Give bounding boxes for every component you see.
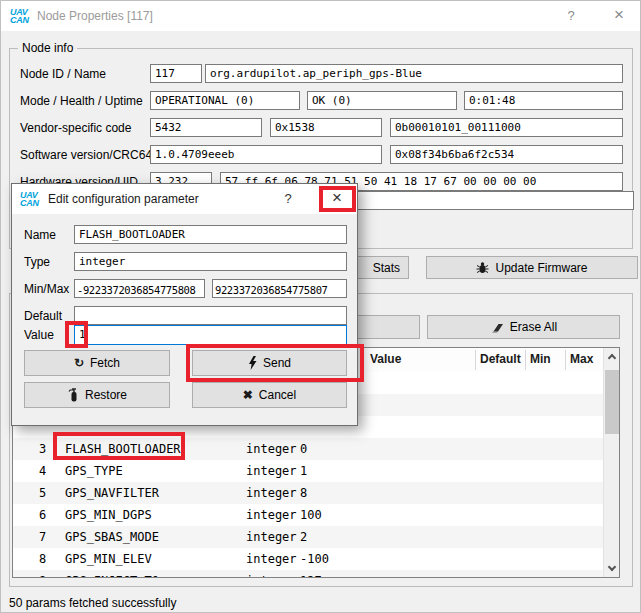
header-max: Max [570, 352, 593, 366]
uavcan-logo-icon: UAV CAN [10, 8, 29, 24]
param-name-field[interactable]: FLASH_BOOTLOADER [74, 225, 347, 244]
erase-all-label: Erase All [510, 320, 557, 334]
vendor-code-hex-field[interactable]: 0x1538 [270, 118, 382, 137]
table-row[interactable]: 8 GPS_MIN_ELEV integer -100 [13, 548, 604, 570]
param-value-field[interactable]: 1 [74, 325, 347, 345]
vendor-code-dec-field[interactable]: 5432 [150, 118, 262, 137]
update-firmware-label: Update Firmware [495, 261, 587, 275]
restore-label: Restore [85, 388, 127, 402]
param-type-field[interactable]: integer [74, 252, 347, 271]
dialog-help-button[interactable]: ? [278, 191, 298, 206]
software-crc-field[interactable]: 0x08f34b6ba6f2c534 [390, 145, 623, 164]
node-id-name-label: Node ID / Name [20, 67, 106, 81]
restore-button[interactable]: Restore [24, 382, 170, 408]
cancel-label: Cancel [259, 388, 296, 402]
update-firmware-button[interactable]: Update Firmware [426, 256, 638, 279]
mode-field[interactable]: OPERATIONAL (0) [150, 91, 300, 110]
help-button[interactable]: ? [561, 8, 581, 23]
header-default: Default [480, 352, 521, 366]
window-title: Node Properties [117] [37, 9, 153, 23]
lightning-icon [248, 356, 257, 370]
close-icon[interactable]: × [609, 6, 629, 23]
table-row[interactable]: 4 GPS_TYPE integer 1 [13, 460, 604, 482]
param-min-field[interactable]: -9223372036854775808 [74, 279, 205, 298]
vendor-code-label: Vendor-specific code [20, 121, 131, 135]
dialog-titlebar: UAV CAN Edit configuration parameter ? × [12, 184, 357, 214]
edit-config-param-dialog: UAV CAN Edit configuration parameter ? ×… [11, 183, 358, 426]
health-field[interactable]: OK (0) [307, 91, 457, 110]
logo-line2: CAN [10, 16, 29, 24]
send-label: Send [263, 356, 291, 370]
status-bar: 50 params fetched successfully [9, 596, 176, 610]
scrollbar-thumb[interactable] [605, 370, 619, 434]
cancel-button[interactable]: ✖ Cancel [192, 382, 347, 408]
fetch-label: Fetch [90, 356, 120, 370]
mode-health-uptime-label: Mode / Health / Uptime [20, 94, 143, 108]
uavcan-logo-icon: UAV CAN [20, 191, 39, 207]
header-value: Value [370, 352, 401, 366]
dialog-close-icon[interactable]: × [327, 189, 347, 206]
dialog-title: Edit configuration parameter [48, 192, 199, 206]
table-row[interactable]: 3 FLASH_BOOTLOADER integer 0 [13, 438, 604, 460]
param-default-label: Default [24, 309, 62, 323]
vertical-scrollbar[interactable] [603, 348, 619, 577]
scroll-up-icon[interactable] [608, 354, 616, 362]
param-value-label: Value [24, 328, 54, 342]
param-default-field[interactable] [74, 306, 347, 325]
x-icon: ✖ [243, 388, 253, 402]
vendor-code-bin-field[interactable]: 0b00010101_00111000 [390, 118, 623, 137]
fire-extinguisher-icon [67, 388, 79, 402]
node-name-field[interactable]: org.ardupilot.ap_periph_gps-Blue [205, 64, 623, 83]
table-row[interactable]: 5 GPS_NAVFILTER integer 8 [13, 482, 604, 504]
uptime-field[interactable]: 0:01:48 [464, 91, 623, 110]
scroll-down-icon[interactable] [608, 563, 616, 571]
bug-icon [476, 261, 489, 274]
param-max-field[interactable]: 9223372036854775807 [212, 279, 347, 298]
refresh-icon: ↻ [74, 356, 84, 370]
param-name-label: Name [24, 228, 56, 242]
main-titlebar: UAV CAN Node Properties [117] ? × [1, 1, 641, 31]
erase-all-button[interactable]: Erase All [427, 315, 620, 339]
param-minmax-label: Min/Max [24, 282, 69, 296]
transport-stats-label: Stats [373, 261, 400, 275]
node-info-legend: Node info [18, 41, 77, 55]
table-row[interactable]: 6 GPS_MIN_DGPS integer 100 [13, 504, 604, 526]
table-row[interactable]: 7 GPS_SBAS_MODE integer 2 [13, 526, 604, 548]
software-version-field[interactable]: 1.0.4709eeeb [150, 145, 382, 164]
software-version-label: Software version/CRC64 [20, 148, 152, 162]
send-button[interactable]: Send [192, 350, 347, 376]
fetch-button[interactable]: ↻ Fetch [24, 350, 170, 376]
header-min: Min [530, 352, 551, 366]
param-type-label: Type [24, 255, 50, 269]
node-id-field[interactable]: 117 [150, 64, 202, 83]
eraser-icon [490, 322, 504, 333]
table-row[interactable]: 9 GPS_INJECT_TO integer 127 [13, 570, 604, 578]
